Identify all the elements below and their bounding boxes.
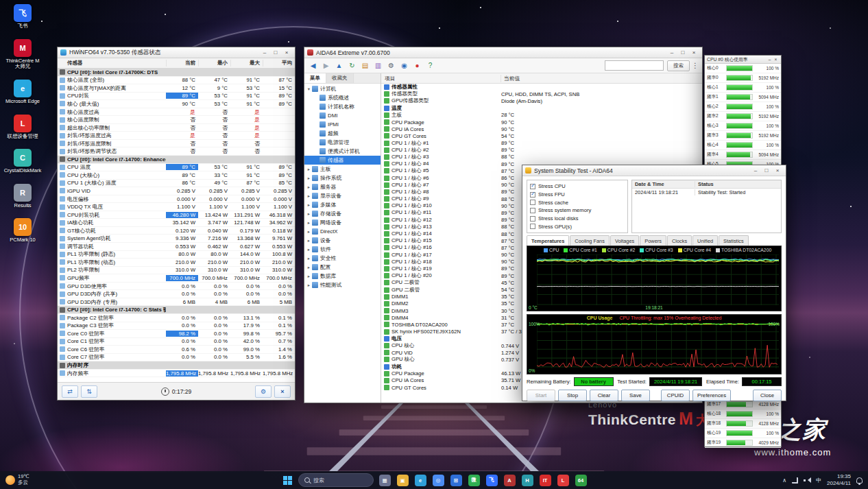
expand-arrow-icon[interactable]: ▸ (306, 220, 312, 226)
core-usage-row[interactable]: 核心0 100 % (705, 64, 781, 73)
checkbox[interactable] (530, 224, 535, 229)
taskbar-search[interactable]: 搜索 (298, 473, 374, 487)
tree-item[interactable]: 系统概述 (304, 93, 381, 102)
expand-arrow-icon[interactable]: ▸ (306, 176, 312, 181)
language-indicator[interactable]: 中 (816, 477, 821, 484)
sensor-row[interactable]: 调节器功耗 0.553 W 0.462 W 0.627 W 0.553 W (58, 243, 295, 251)
hidden-icons-chevron[interactable]: ∧ (782, 477, 786, 484)
volume-icon[interactable] (804, 477, 810, 484)
sensor-row[interactable]: Core C1 驻留率 0.0 % 0.0 % 42.0 % 0.7 % (58, 338, 295, 346)
sensor-row[interactable]: 内存时序 (58, 361, 295, 370)
tree-item[interactable]: DMI (304, 111, 381, 120)
expand-arrow-icon[interactable]: ▸ (306, 256, 312, 261)
sensor-row[interactable]: GPU频率 700.0 MHz 700.0 MHz 700.0 MHz 700.… (58, 274, 295, 283)
expand-arrow-icon[interactable]: ▸ (306, 184, 312, 190)
sensor-row[interactable]: 内存频率 1,795.8 MHz 1,795.8 MHz 1,795.8 MHz… (58, 370, 295, 378)
expand-arrow-icon[interactable]: ▸ (306, 274, 312, 279)
sensor-item-row[interactable]: CPU Package 90 °C (381, 119, 702, 126)
tree-item[interactable]: ▸ 软件 (304, 245, 381, 254)
notification-bell-icon[interactable] (856, 477, 863, 484)
start-button[interactable] (280, 473, 295, 488)
expand-arrow-icon[interactable]: ▸ (306, 193, 312, 199)
tree-item[interactable]: ▾ 计算机 (304, 84, 381, 93)
search-button[interactable]: 搜索 (667, 60, 690, 71)
core-usage-row[interactable]: 频率4 5094 MHz (705, 150, 781, 160)
gear-icon[interactable]: ⚙ (385, 60, 397, 71)
sensor-row[interactable]: 封装/环形温度限制 否 否 否 (58, 140, 295, 148)
cpu-panel-titlebar[interactable]: CPU #0 核心使用率 – × (705, 56, 781, 64)
sensor-row[interactable]: PL1 功率限制 (静态) 80.0 W 80.0 W 144.0 W 100.… (58, 251, 295, 259)
stress-option[interactable]: Stress FPU (530, 191, 625, 199)
sst-tab[interactable]: Voltages (610, 235, 639, 246)
checkbox[interactable] (530, 216, 535, 222)
column-datetime[interactable]: Date & Time (632, 181, 695, 187)
tree-item[interactable]: ▸ 数据库 (304, 272, 381, 281)
desktop-icon[interactable]: M ThinkCentre M大师兄 (3, 39, 43, 70)
stress-option[interactable]: Stress local disks (530, 215, 625, 223)
back-icon[interactable]: ◀ (307, 60, 319, 71)
sensor-row[interactable]: iGPU VID 0.285 V 0.285 V 0.285 V 0.285 V (58, 187, 295, 195)
taskbar-icon-lenovo-browser[interactable]: L (555, 473, 570, 488)
tree-item[interactable]: ▸ 主板 (304, 165, 381, 174)
close-button[interactable]: × (772, 167, 783, 174)
close-button[interactable]: × (688, 49, 699, 56)
sensor-row[interactable]: VDDQ TX 电压 1.100 V 1.100 V 1.100 V 1.100… (58, 203, 295, 211)
tree-item[interactable]: 传感器 (304, 156, 381, 165)
sst-tab[interactable]: Temperatures (527, 235, 569, 246)
taskbar-icon-aida64[interactable]: A (502, 473, 517, 488)
hwinfo-titlebar[interactable]: HWiNFO64 v7.70-5350 传感器状态 – □ × (58, 47, 295, 58)
taskbar-icon-chrome-browser[interactable]: ◎ (431, 473, 446, 488)
sensor-item-row[interactable]: CPU 1 / 核心 #1 89 °C (381, 140, 702, 147)
taskbar-icon-task-view[interactable]: ▦ (377, 473, 392, 488)
tree-item[interactable]: 便携式计算机 (304, 147, 381, 156)
core-usage-row[interactable]: 核心2 100 % (705, 102, 781, 112)
taskbar-icon-feishu[interactable]: 飞 (484, 473, 499, 488)
tab-menu[interactable]: 菜单 (304, 73, 326, 83)
sst-button[interactable]: Stop (558, 390, 587, 401)
core-usage-row[interactable]: 频率18 4128 MHz (705, 419, 781, 429)
sensor-row[interactable]: GT核心功耗 0.120 W 0.040 W 0.179 W 0.118 W (58, 227, 295, 235)
sensor-row[interactable]: 电压偏移 0.000 V 0.000 V 0.000 V 0.000 V (58, 195, 295, 204)
sensor-row[interactable]: Package C3 驻留率 0.0 % 0.0 % 17.9 % 0.1 % (58, 322, 295, 331)
expand-arrow-icon[interactable]: ▸ (306, 265, 312, 270)
swap-columns-button[interactable]: ⇄ (62, 385, 78, 398)
overflow-menu-icon[interactable]: ⋮ (691, 62, 699, 69)
sst-tab[interactable]: Cooling Fans (570, 235, 610, 246)
checkbox[interactable] (530, 192, 535, 198)
desktop-icon[interactable]: R Results (3, 184, 43, 209)
sst-tab[interactable]: Powers (640, 235, 666, 246)
taskbar-icon-aida64-engineer[interactable]: 64 (573, 473, 588, 488)
sensor-item-row[interactable]: CPU GT Cores 54 °C (381, 132, 702, 139)
sensor-row[interactable]: Core C0 驻留率 98.2 % 0.0 % 99.8 % 95.7 % (58, 330, 295, 338)
sst-button[interactable]: Start (527, 390, 555, 401)
sensor-row[interactable]: CPU [#0]: Intel Core i7-14700K: DTS (58, 69, 295, 77)
sensor-row[interactable]: Core C6 驻留率 0.6 % 0.0 % 99.0 % 1.4 % (58, 346, 295, 354)
checkbox[interactable] (530, 184, 535, 189)
sensor-row[interactable]: System Agent功耗 9.336 W 7.216 W 13.368 W … (58, 235, 295, 243)
sensor-row[interactable]: 封装/环形热调节状态 否 否 否 (58, 147, 295, 156)
taskbar-icon-wechat[interactable]: 微 (466, 473, 481, 488)
sensor-row[interactable]: 核心温度限制 否 否 是 (58, 116, 295, 124)
tree-item[interactable]: ▸ 网络设备 (304, 218, 381, 227)
core-usage-row[interactable]: 频率0 5192 MHz (705, 73, 781, 83)
expand-arrow-icon[interactable]: ▸ (306, 283, 312, 288)
sensor-row[interactable]: CPU [#0]: Intel Core i7-14700: C Stats 驻… (58, 306, 295, 314)
sensor-item-row[interactable]: 传感器类型 CPU, HDD, DIMM TS, ACPI, SNB (381, 91, 702, 97)
sensor-row[interactable]: 封装/环形温度过高 是 否 是 (58, 132, 295, 140)
report-icon[interactable]: ▤ (359, 60, 371, 71)
sensor-row[interactable]: 核心温度 (全部) 88 °C 47 °C 91 °C 87 °C (58, 77, 295, 85)
expand-arrow-icon[interactable]: ▸ (306, 238, 312, 243)
expand-arrow-icon[interactable]: ▸ (306, 202, 312, 208)
sensor-row[interactable]: Core C7 驻留率 0.0 % 0.0 % 5.5 % 1.6 % (58, 354, 295, 362)
sensor-row[interactable]: CPU封装 89 °C 53 °C 91 °C 89 °C (58, 93, 295, 101)
layout-button[interactable]: ⇅ (81, 385, 97, 398)
expand-arrow-icon[interactable]: ▾ (306, 86, 312, 92)
sst-tab[interactable]: Statistics (719, 235, 749, 246)
sst-tab[interactable]: Unified (692, 235, 718, 246)
taskbar-clock[interactable]: 19:35 2024/4/11 (827, 473, 851, 486)
tree-item[interactable]: 电源管理 (304, 138, 381, 147)
sensor-row[interactable]: CPU (大核心) 89 °C 33 °C 91 °C 89 °C (58, 171, 295, 180)
desktop-icon[interactable]: L 联想设备管理 (3, 115, 43, 140)
log-row[interactable]: 2024/4/11 19:18:21 Stability Test: Start… (632, 189, 781, 196)
sst-tab[interactable]: Clocks (667, 235, 692, 246)
